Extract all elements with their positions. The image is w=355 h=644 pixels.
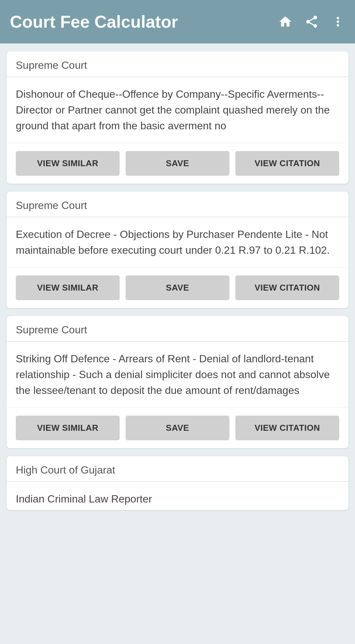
view-similar-button-1[interactable]: VIEW SIMILAR: [16, 151, 120, 176]
save-button-3[interactable]: SAVE: [126, 416, 229, 440]
court-label-3: Supreme Court: [7, 316, 348, 342]
app-header: Court Fee Calculator: [0, 0, 355, 43]
card-actions-2: VIEW SIMILAR SAVE VIEW CITATION: [7, 268, 348, 308]
case-description-1: Dishonour of Cheque--Offence by Company-…: [7, 77, 348, 143]
view-citation-button-2[interactable]: VIEW CITATION: [235, 275, 339, 300]
case-description-3: Striking Off Defence - Arrears of Rent -…: [7, 342, 348, 408]
card-actions-3: VIEW SIMILAR SAVE VIEW CITATION: [7, 408, 348, 448]
case-card-1: Supreme Court Dishonour of Cheque--Offen…: [7, 51, 348, 184]
save-button-2[interactable]: SAVE: [126, 275, 229, 300]
case-card-2: Supreme Court Execution of Decree - Obje…: [7, 192, 348, 308]
app-title: Court Fee Calculator: [10, 12, 278, 32]
court-label-4: High Court of Gujarat: [7, 456, 348, 482]
view-similar-button-3[interactable]: VIEW SIMILAR: [16, 416, 120, 440]
case-card-3: Supreme Court Striking Off Defence - Arr…: [7, 316, 348, 448]
case-description-4: Indian Criminal Law Reporter: [7, 482, 348, 510]
home-icon[interactable]: [278, 14, 293, 29]
header-actions: [278, 14, 345, 29]
court-label-1: Supreme Court: [7, 51, 348, 77]
view-similar-button-2[interactable]: VIEW SIMILAR: [16, 275, 120, 300]
case-description-2: Execution of Decree - Objections by Purc…: [7, 217, 348, 268]
save-button-1[interactable]: SAVE: [126, 151, 229, 176]
view-citation-button-3[interactable]: VIEW CITATION: [235, 416, 339, 440]
more-options-icon[interactable]: [331, 14, 345, 29]
view-citation-button-1[interactable]: VIEW CITATION: [235, 151, 339, 176]
main-content: Supreme Court Dishonour of Cheque--Offen…: [0, 43, 355, 518]
court-label-2: Supreme Court: [7, 192, 348, 217]
case-card-4: High Court of Gujarat Indian Criminal La…: [7, 456, 348, 510]
share-icon[interactable]: [304, 14, 319, 29]
card-actions-1: VIEW SIMILAR SAVE VIEW CITATION: [7, 143, 348, 184]
